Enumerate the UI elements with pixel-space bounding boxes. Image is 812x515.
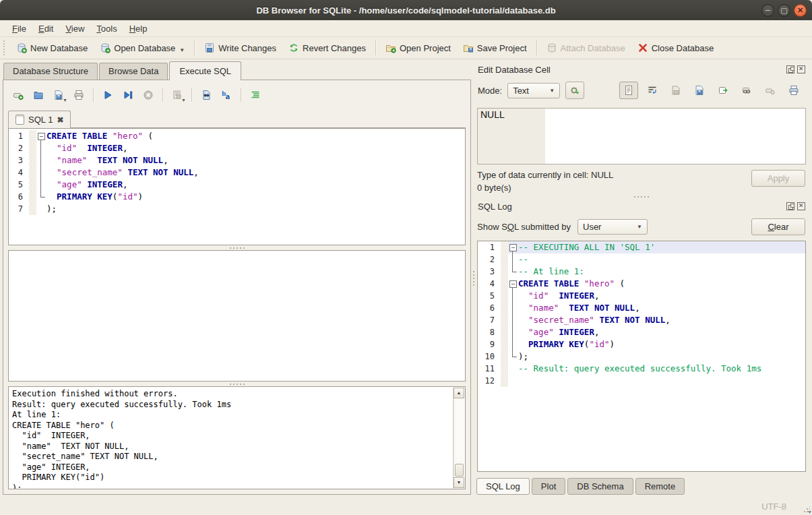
sql-file-tab[interactable]: SQL 1 ✖ xyxy=(8,111,71,128)
execute-current-line-button[interactable] xyxy=(119,87,137,103)
save-sql-menu-caret[interactable]: ▼ xyxy=(63,98,67,102)
execution-log-scrollbar[interactable]: ▲ ▼ xyxy=(453,388,464,488)
tab-db-schema[interactable]: DB Schema xyxy=(567,478,633,495)
code-line: 6 PRIMARY KEY("id") xyxy=(9,191,465,203)
submitted-by-select[interactable]: User ▼ xyxy=(577,219,648,235)
open-project-button[interactable]: Open Project xyxy=(379,40,457,56)
maximize-button[interactable]: ▢ xyxy=(778,4,790,17)
docks-splitter[interactable] xyxy=(476,194,807,199)
code-line: 3-- At line 1: xyxy=(478,266,805,278)
tab-remote[interactable]: Remote xyxy=(635,478,685,495)
apply-settings-button[interactable] xyxy=(565,82,584,99)
cell-type-info: Type of data currently in cell: NULL xyxy=(477,170,613,180)
bottom-dock-tabs: SQL Log Plot DB Schema Remote xyxy=(476,472,807,497)
print-button[interactable] xyxy=(70,87,88,103)
execution-log[interactable]: Execution finished without errors. Resul… xyxy=(8,386,466,489)
apply-button[interactable]: Apply xyxy=(751,170,805,187)
text-mode-button[interactable] xyxy=(619,82,638,99)
revert-changes-button[interactable]: Revert Changes xyxy=(282,40,372,56)
tab-sql-log[interactable]: SQL Log xyxy=(476,478,530,495)
title-bar[interactable]: DB Browser for SQLite - /home/user/code/… xyxy=(0,0,812,20)
menu-tools[interactable]: Tools xyxy=(91,22,122,36)
results-pane[interactable] xyxy=(8,250,466,382)
main-tab-bar: Database Structure Browse Data Execute S… xyxy=(3,61,471,80)
menu-edit[interactable]: Edit xyxy=(33,22,59,36)
fold-line xyxy=(36,203,46,215)
open-database-menu-caret[interactable]: ▼ xyxy=(179,47,185,53)
tab-execute-sql[interactable]: Execute SQL xyxy=(169,61,241,80)
fold-line xyxy=(36,166,46,179)
word-wrap-button[interactable] xyxy=(643,82,662,99)
toolbar-separator xyxy=(536,40,537,55)
float-dock-icon[interactable] xyxy=(786,202,794,210)
tab-database-structure[interactable]: Database Structure xyxy=(3,63,98,80)
word-wrap-icon xyxy=(647,85,658,96)
main-toolbar: New Database Open Database ▼ Write Chang… xyxy=(0,37,812,59)
window-controls: ─ ▢ ✕ xyxy=(761,4,812,17)
tab-browse-data[interactable]: Browse Data xyxy=(99,63,168,80)
scroll-up-icon[interactable]: ▲ xyxy=(454,388,464,398)
import-data-button[interactable]: ▼ xyxy=(666,82,685,99)
text-mode-icon xyxy=(623,85,634,96)
panes-splitter[interactable] xyxy=(471,59,476,497)
open-sql-file-button[interactable] xyxy=(30,87,47,103)
attach-database-button[interactable]: Attach Database xyxy=(540,40,631,56)
set-null-button[interactable] xyxy=(761,82,780,99)
save-results-menu-caret[interactable]: ▼ xyxy=(181,98,186,102)
mode-select[interactable]: Text ▼ xyxy=(507,83,560,98)
attach-database-icon xyxy=(546,42,557,53)
encoding-status: UTF-8 xyxy=(761,502,786,512)
close-button[interactable]: ✕ xyxy=(794,4,807,17)
chevron-down-icon: ▼ xyxy=(549,88,555,94)
close-database-icon xyxy=(637,42,648,53)
code-line: 4CREATE TABLE "hero" ( xyxy=(478,278,805,290)
close-dock-icon[interactable] xyxy=(797,202,805,210)
save-project-button[interactable]: Save Project xyxy=(457,40,533,56)
open-in-app-button[interactable] xyxy=(714,82,732,99)
scrollbar-thumb[interactable] xyxy=(455,464,464,477)
sql-log-view[interactable]: 1-- EXECUTING ALL IN 'SQL 1'2--3-- At li… xyxy=(477,241,806,472)
save-sql-file-button[interactable]: ▼ xyxy=(50,87,67,103)
scroll-down-icon[interactable]: ▼ xyxy=(454,477,464,488)
code-line: 7); xyxy=(9,203,465,215)
menu-file[interactable]: File xyxy=(7,22,32,36)
open-sql-file-icon xyxy=(33,90,44,100)
fold-line xyxy=(36,179,46,191)
clear-button[interactable]: Clear xyxy=(751,218,805,235)
write-changes-button[interactable]: Write Changes xyxy=(198,40,282,56)
print-cell-button[interactable] xyxy=(784,82,803,99)
stop-button[interactable] xyxy=(139,87,157,103)
execute-all-button[interactable] xyxy=(99,87,117,103)
save-results-button[interactable]: ▼ xyxy=(168,87,186,103)
minimize-button[interactable]: ─ xyxy=(761,4,774,17)
toolbar-separator xyxy=(375,40,376,55)
cell-value-editor[interactable]: NULL xyxy=(477,108,806,164)
results-log-splitter[interactable] xyxy=(8,382,466,386)
menu-view[interactable]: View xyxy=(60,22,90,36)
tab-plot[interactable]: Plot xyxy=(532,478,565,495)
find-button[interactable] xyxy=(197,87,215,103)
sql-log-filter-row: Show SQL submitted by User ▼ Clear xyxy=(476,214,807,239)
sql-editor[interactable]: 1CREATE TABLE "hero" (2 "id" INTEGER,3 "… xyxy=(8,128,466,245)
fold-line xyxy=(508,290,518,302)
toolbar-separator xyxy=(241,88,241,102)
copy-link-button[interactable] xyxy=(737,82,756,99)
set-null-icon xyxy=(765,85,776,96)
font-button[interactable]: b a xyxy=(218,87,235,103)
resize-grip[interactable] xyxy=(803,506,810,513)
editor-results-splitter[interactable] xyxy=(8,245,466,250)
close-database-button[interactable]: Close Database xyxy=(631,40,720,56)
close-sql-tab-icon[interactable]: ✖ xyxy=(57,115,63,125)
fold-line xyxy=(508,363,518,375)
code-line: 5 "age" INTEGER, xyxy=(9,179,465,191)
export-data-button[interactable] xyxy=(690,82,709,99)
new-database-button[interactable]: New Database xyxy=(10,40,94,56)
format-button[interactable] xyxy=(247,87,264,103)
menu-help[interactable]: Help xyxy=(124,22,153,36)
open-database-button[interactable]: Open Database ▼ xyxy=(94,40,191,56)
float-dock-icon[interactable] xyxy=(786,65,794,73)
code-line: 9 PRIMARY KEY("id") xyxy=(478,338,805,351)
close-dock-icon[interactable] xyxy=(797,65,805,73)
toolbar-drag-handle[interactable] xyxy=(3,40,8,55)
new-tab-button[interactable] xyxy=(9,87,27,103)
